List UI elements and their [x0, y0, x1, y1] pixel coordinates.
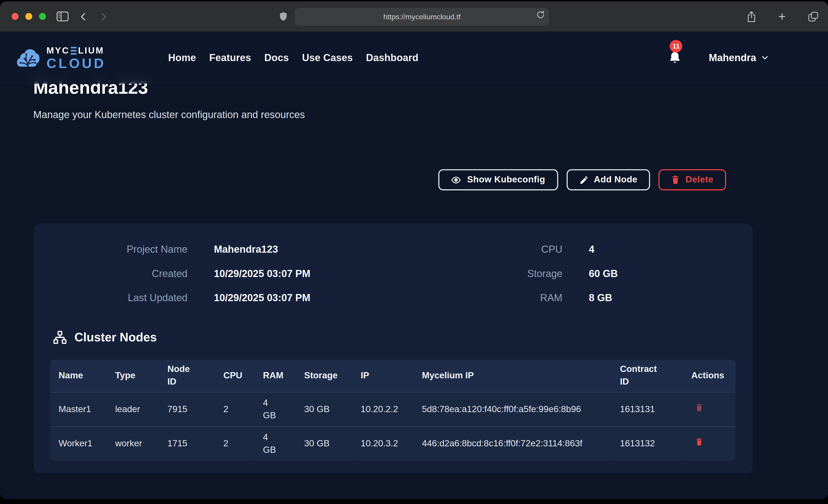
cell-node-id: 7915 — [159, 392, 215, 426]
cell-mycelium-ip: 5d8:78ea:a120:f40c:ff0f:a5fe:99e6:8b96 — [413, 392, 612, 426]
nav-use-cases[interactable]: Use Cases — [302, 52, 353, 64]
delete-node-button[interactable] — [695, 403, 703, 412]
add-node-button[interactable]: Add Node — [566, 169, 650, 191]
nav-docs[interactable]: Docs — [264, 52, 289, 64]
ram-value: 8 GB — [562, 289, 736, 307]
delete-node-button[interactable] — [695, 437, 703, 446]
cell-contract-id: 1613131 — [612, 392, 683, 426]
header-right: 11 Mahendra — [669, 51, 769, 65]
chevron-down-icon — [761, 53, 769, 61]
sidebar-toggle-icon[interactable] — [56, 11, 69, 22]
cluster-nodes-title: Cluster Nodes — [75, 330, 157, 345]
address-bar[interactable]: https://myceliumcloud.tf — [295, 7, 549, 25]
user-menu[interactable]: Mahendra — [709, 52, 769, 64]
col-ip: IP — [352, 360, 414, 392]
cell-contract-id: 1613132 — [612, 426, 683, 460]
show-kubeconfig-button[interactable]: Show Kubeconfig — [439, 169, 558, 191]
browser-window: https://myceliumcloud.tf + — [0, 1, 828, 499]
window-zoom-button[interactable] — [39, 13, 46, 20]
nav-features[interactable]: Features — [209, 52, 251, 64]
browser-toolbar: https://myceliumcloud.tf + — [0, 1, 828, 32]
cluster-details-panel: Project Name Mahendra123 CPU 4 Created 1… — [34, 223, 752, 473]
col-contract-id: Contract ID — [612, 360, 683, 392]
nodes-table: Name Type Node ID CPU RAM Storage IP Myc… — [50, 360, 736, 460]
add-node-label: Add Node — [594, 175, 637, 185]
notifications-bell-icon[interactable]: 11 — [669, 51, 681, 65]
project-name-value: Mahendra123 — [188, 241, 436, 258]
page-content: Mahendra123 Manage your Kubernetes clust… — [0, 32, 828, 473]
window-close-button[interactable] — [12, 13, 18, 20]
col-storage: Storage — [296, 360, 352, 392]
cpu-label: CPU — [436, 241, 562, 258]
cell-name: Worker1 — [50, 426, 107, 460]
cell-storage: 30 GB — [296, 426, 352, 460]
user-name: Mahendra — [709, 52, 756, 64]
forward-icon[interactable] — [98, 11, 109, 22]
show-kubeconfig-label: Show Kubeconfig — [467, 175, 545, 185]
share-icon[interactable] — [747, 10, 756, 22]
back-icon[interactable] — [78, 11, 89, 22]
delete-cluster-button[interactable]: Delete — [659, 169, 726, 191]
project-name-label: Project Name — [50, 241, 187, 258]
address-bar-group: https://myceliumcloud.tf — [279, 7, 549, 25]
cpu-value: 4 — [562, 241, 736, 258]
brand-wordmark: MYCLIUM CLOUD — [46, 45, 106, 70]
last-updated-value: 10/29/2025 03:07 PM — [188, 289, 436, 307]
notification-badge: 11 — [670, 40, 682, 52]
nav-dashboard[interactable]: Dashboard — [366, 52, 418, 64]
col-node-id: Node ID — [159, 360, 215, 392]
url-text: https://myceliumcloud.tf — [383, 12, 460, 21]
table-header-row: Name Type Node ID CPU RAM Storage IP Myc… — [50, 360, 736, 392]
cell-ram: 4 GB — [255, 426, 296, 460]
col-name: Name — [50, 360, 107, 392]
brand-line-mycelium: MYCLIUM — [46, 45, 106, 56]
cluster-actions: Show Kubeconfig Add Node Delete — [34, 169, 752, 191]
mycelium-cloud-logo-icon — [16, 47, 41, 69]
nav-home[interactable]: Home — [168, 52, 196, 64]
cell-name: Master1 — [50, 392, 107, 426]
page: Mahendra123 Manage your Kubernetes clust… — [0, 32, 828, 499]
page-subtitle: Manage your Kubernetes cluster configura… — [33, 109, 828, 121]
screen: https://myceliumcloud.tf + — [0, 1, 828, 499]
col-actions: Actions — [683, 360, 736, 392]
new-tab-icon[interactable]: + — [778, 11, 786, 22]
network-icon — [53, 330, 67, 345]
plus-glyph: + — [778, 11, 786, 22]
cell-ip: 10.20.2.2 — [352, 392, 414, 426]
cell-cpu: 2 — [215, 392, 254, 426]
cell-type: worker — [107, 426, 159, 460]
cell-node-id: 1715 — [159, 426, 215, 460]
col-mycelium-ip: Mycelium IP — [413, 360, 612, 392]
window-minimize-button[interactable] — [25, 13, 32, 20]
cluster-nodes-heading: Cluster Nodes — [53, 330, 736, 345]
stylized-e-icon — [71, 47, 77, 54]
reload-icon[interactable] — [535, 9, 546, 20]
ram-label: RAM — [436, 289, 562, 307]
last-updated-label: Last Updated — [50, 289, 187, 307]
eye-icon — [451, 175, 461, 185]
cell-type: leader — [107, 392, 159, 426]
col-ram: RAM — [255, 360, 296, 392]
traffic-lights — [12, 13, 46, 20]
delete-label: Delete — [686, 175, 713, 185]
table-row: Worker1 worker 1715 2 4 GB 30 GB 10.20.3… — [50, 426, 736, 460]
toolbar-right-icons: + — [747, 10, 819, 22]
cell-mycelium-ip: 446:d2a6:8bcd:8c16:ff0f:72e2:3114:863f — [413, 426, 612, 460]
site-header: MYCLIUM CLOUD Home Features Docs Use Cas… — [0, 32, 828, 84]
brand-logo[interactable]: MYCLIUM CLOUD — [16, 45, 106, 70]
storage-value: 60 GB — [562, 265, 736, 283]
privacy-shield-icon[interactable] — [279, 11, 288, 22]
tab-overview-icon[interactable] — [808, 11, 819, 22]
trash-icon — [671, 175, 680, 184]
main-nav: Home Features Docs Use Cases Dashboard — [168, 52, 418, 64]
cell-storage: 30 GB — [296, 392, 352, 426]
col-cpu: CPU — [215, 360, 254, 392]
cell-cpu: 2 — [215, 426, 254, 460]
cell-actions — [683, 392, 736, 426]
created-label: Created — [50, 265, 187, 283]
project-info-grid: Project Name Mahendra123 CPU 4 Created 1… — [50, 241, 736, 307]
col-type: Type — [107, 360, 159, 392]
cell-ram: 4 GB — [255, 392, 296, 426]
created-value: 10/29/2025 03:07 PM — [188, 265, 436, 283]
cell-ip: 10.20.3.2 — [352, 426, 414, 460]
